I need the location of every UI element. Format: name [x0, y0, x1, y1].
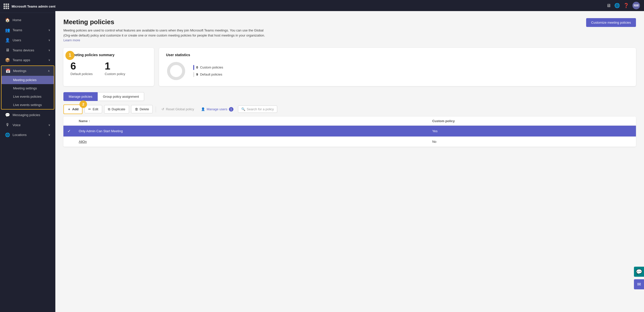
- tabs-row: Manage policies Group policy assignment: [63, 92, 636, 101]
- sidebar-item-messaging-policies[interactable]: 💬 Messaging policies: [1, 110, 54, 120]
- step-badge-2: 2: [79, 100, 87, 108]
- sidebar-item-teams-devices[interactable]: 🖥 Teams devices ∨: [1, 45, 54, 55]
- custom-policies-label: Custom policies: [200, 65, 223, 69]
- teams-devices-icon: 🖥: [5, 48, 10, 52]
- manage-users-label: Manage users: [207, 107, 227, 111]
- reset-global-policy-button[interactable]: ↺ Reset Global policy: [159, 105, 196, 113]
- page-title: Meeting policies: [63, 18, 270, 26]
- edit-policy-button[interactable]: ✏ Edit: [85, 105, 102, 113]
- sidebar: Microsoft Teams admin center 🏠 Home 👥 Te…: [0, 0, 55, 312]
- home-icon: 🏠: [5, 18, 10, 22]
- teams-icon: 👥: [5, 28, 10, 32]
- sidebar-subitem-live-events-settings-label: Live events settings: [13, 103, 42, 107]
- default-policies-block: 6 Default policies: [70, 61, 93, 76]
- reset-label: Reset Global policy: [166, 107, 194, 111]
- sidebar-item-teams[interactable]: 👥 Teams ∨: [1, 25, 54, 35]
- search-icon: 🔍: [241, 107, 245, 111]
- meetings-chevron-icon: ∧: [48, 69, 50, 73]
- summary-numbers: 6 Default policies 1 Custom policy: [70, 61, 147, 76]
- custom-policies-bar: [193, 65, 194, 70]
- sidebar-item-voice-label: Voice: [13, 123, 21, 127]
- sidebar-subitem-live-events-policies[interactable]: Live events policies: [2, 92, 54, 101]
- custom-policy-block: 1 Custom policy: [105, 61, 125, 76]
- teams-apps-chevron-icon: ∨: [48, 58, 50, 62]
- custom-policy-count: 1: [105, 61, 125, 71]
- stats-legend: 0 Custom policies 9 Default policies: [193, 65, 223, 77]
- sidebar-item-locations[interactable]: 🌐 Locations ∨: [1, 130, 54, 140]
- meeting-policies-summary-card: 1 Meeting policies summary 6 Default pol…: [63, 48, 154, 86]
- content-area: Meeting policies Meeting policies are us…: [55, 11, 644, 312]
- sidebar-subitem-meeting-settings[interactable]: Meeting settings: [2, 84, 54, 92]
- sidebar-header: Microsoft Teams admin center: [0, 0, 55, 13]
- user-stats-content: 0 Custom policies 9 Default policies: [166, 61, 629, 81]
- voice-chevron-icon: ∨: [48, 123, 50, 127]
- feedback-button[interactable]: ✉: [634, 279, 644, 289]
- learn-more-link[interactable]: Learn more: [63, 38, 80, 42]
- sidebar-item-users-label: Users: [13, 38, 21, 42]
- sidebar-item-meetings[interactable]: 📅 Meetings ∧: [2, 66, 54, 76]
- globe-icon[interactable]: 🌐: [614, 3, 620, 8]
- table-row[interactable]: AllOn No: [63, 136, 636, 147]
- tab-manage-policies[interactable]: Manage policies: [63, 92, 98, 101]
- row-1-check: ✓: [63, 125, 75, 136]
- default-policies-legend-label: Default policies: [200, 73, 222, 76]
- users-chevron-icon: ∨: [48, 39, 50, 42]
- user-stats-card: User statistics 0 Cust: [159, 48, 636, 86]
- avatar[interactable]: NW: [632, 2, 640, 9]
- teams-chevron-icon: ∨: [48, 28, 50, 32]
- sidebar-subitem-live-events-settings[interactable]: Live events settings: [2, 101, 54, 109]
- svg-point-0: [169, 63, 184, 79]
- duplicate-icon: ⧉: [108, 107, 110, 111]
- sidebar-item-teams-apps[interactable]: 📦 Teams apps ∨: [1, 55, 54, 65]
- custom-policy-label: Custom policy: [105, 72, 125, 76]
- monitor-icon[interactable]: 🖥: [606, 3, 611, 8]
- chat-icon: 💬: [636, 269, 642, 275]
- sidebar-nav: 🏠 Home 👥 Teams ∨ 👤 Users ∨ 🖥 Teams dev: [0, 13, 55, 312]
- tab-group-policy-assignment[interactable]: Group policy assignment: [98, 92, 144, 101]
- sidebar-item-home[interactable]: 🏠 Home: [1, 15, 54, 25]
- sidebar-item-meetings-label: Meetings: [13, 69, 26, 73]
- table-header-row: Name ↑ Custom policy: [63, 117, 636, 126]
- delete-policy-button[interactable]: 🗑 Delete: [131, 105, 153, 113]
- question-icon[interactable]: ❓: [623, 3, 629, 8]
- table-header: Name ↑ Custom policy: [63, 117, 636, 126]
- table-row[interactable]: ✓ Only Admin Can Start Meeting Yes: [63, 125, 636, 136]
- summary-row: 1 Meeting policies summary 6 Default pol…: [63, 48, 636, 86]
- col-name[interactable]: Name ↑: [75, 117, 428, 126]
- manage-users-button[interactable]: 👤 Manage users 1: [198, 105, 236, 114]
- feedback-icon: ✉: [637, 282, 641, 287]
- sidebar-item-voice[interactable]: 🎙 Voice ∨: [1, 120, 54, 130]
- sidebar-item-home-label: Home: [13, 18, 21, 22]
- search-policy-input[interactable]: 🔍 Search for a policy: [238, 106, 277, 113]
- donut-chart: [166, 61, 186, 81]
- sidebar-subitem-live-events-policies-label: Live events policies: [13, 95, 42, 98]
- search-placeholder: Search for a policy: [247, 107, 274, 111]
- app-title: Microsoft Teams admin center: [12, 5, 55, 8]
- sidebar-item-messaging-label: Messaging policies: [13, 113, 40, 117]
- sidebar-item-users[interactable]: 👤 Users ∨: [1, 35, 54, 45]
- page-header-left: Meeting policies Meeting policies are us…: [63, 18, 270, 43]
- edit-icon: ✏: [88, 107, 91, 111]
- user-stats-title: User statistics: [166, 53, 629, 57]
- teams-devices-chevron-icon: ∨: [48, 49, 50, 52]
- grid-icon[interactable]: [4, 4, 9, 9]
- messaging-icon: 💬: [5, 113, 10, 117]
- meetings-icon: 📅: [6, 68, 11, 73]
- row-1-custom-policy: Yes: [428, 125, 636, 136]
- policy-table: Name ↑ Custom policy ✓ Only Admin Can St…: [63, 117, 636, 147]
- sidebar-subitem-meeting-policies-label: Meeting policies: [13, 78, 36, 82]
- meetings-section: 📅 Meetings ∧ Meeting policies Meeting se…: [1, 65, 54, 110]
- locations-chevron-icon: ∨: [48, 133, 50, 136]
- summary-card-title: Meeting policies summary: [70, 53, 147, 57]
- chat-button[interactable]: 💬: [634, 267, 644, 277]
- customize-meeting-policies-button[interactable]: Customize meeting policies: [586, 18, 636, 27]
- duplicate-policy-button[interactable]: ⧉ Duplicate: [104, 105, 129, 114]
- topbar: 🖥 🌐 ❓ NW: [55, 0, 644, 11]
- sidebar-subitem-meeting-policies[interactable]: Meeting policies: [2, 76, 54, 84]
- sidebar-item-locations-label: Locations: [13, 133, 27, 137]
- row-2-name[interactable]: AllOn: [75, 136, 428, 147]
- row-2-check: [63, 136, 75, 147]
- col-custom-policy[interactable]: Custom policy: [428, 117, 636, 126]
- page-description: Meeting policies are used to control wha…: [63, 28, 270, 43]
- voice-icon: 🎙: [5, 123, 10, 127]
